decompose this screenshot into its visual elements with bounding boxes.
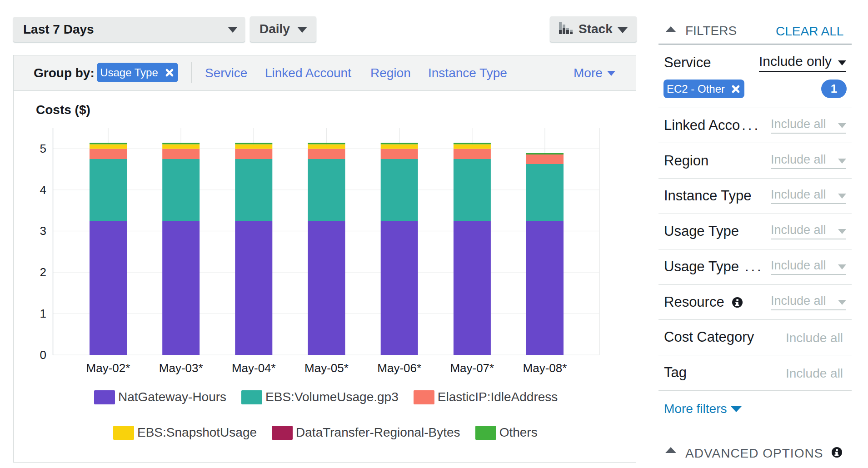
svg-text:May-02*: May-02* xyxy=(86,361,130,375)
svg-text:May-06*: May-06* xyxy=(377,361,421,375)
svg-text:2: 2 xyxy=(40,265,46,279)
svg-text:5: 5 xyxy=(40,142,46,155)
svg-text:4: 4 xyxy=(40,183,46,197)
svg-text:1: 1 xyxy=(40,307,46,320)
svg-text:May-05*: May-05* xyxy=(304,361,349,375)
svg-text:0: 0 xyxy=(40,348,46,362)
svg-text:May-07*: May-07* xyxy=(450,361,494,375)
svg-text:3: 3 xyxy=(40,224,46,238)
svg-text:May-08*: May-08* xyxy=(523,361,567,375)
svg-text:May-04*: May-04* xyxy=(232,361,276,375)
svg-text:May-03*: May-03* xyxy=(159,361,203,375)
